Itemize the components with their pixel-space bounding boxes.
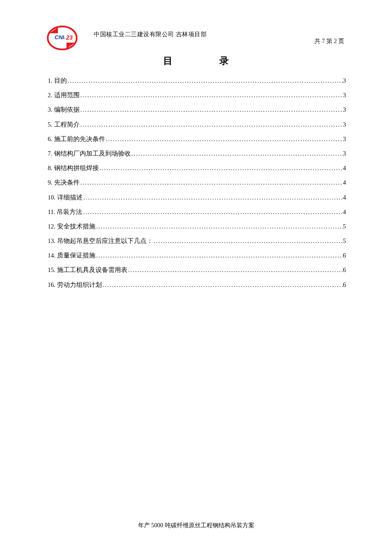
toc-label: 3. 编制依据	[48, 107, 80, 113]
toc-item: 8. 钢结构拼组焊接..............................…	[48, 165, 346, 171]
svg-text:-: -	[64, 35, 65, 40]
toc-item: 15. 施工工机具及设备需用表.........................…	[48, 267, 346, 273]
toc-label: 2. 适用范围	[48, 92, 80, 98]
toc-item: 2. 适用范围.................................…	[48, 92, 346, 98]
toc-page: 3	[343, 78, 346, 84]
toc-label: 16. 劳动力组织计划	[48, 282, 102, 288]
toc-item: 12. 安全技术措施..............................…	[48, 223, 346, 230]
toc-item: 9. 先决条件.................................…	[48, 179, 346, 186]
toc-label: 7. 钢结构厂内加工及到场验收	[48, 150, 131, 157]
toc-label: 8. 钢结构拼组焊接	[48, 165, 99, 171]
toc-page: 3	[343, 121, 346, 128]
toc-leader: ........................................…	[105, 136, 343, 142]
company-name: 中国核工业二三建设有限公司 吉林项目部	[94, 26, 207, 38]
toc-item: 3. 编制依据.................................…	[48, 107, 346, 113]
title-part1: 目	[163, 55, 173, 66]
document-footer: 年产 5000 吨碳纤维原丝工程钢结构吊装方案	[0, 522, 392, 529]
toc-leader: ........................................…	[153, 238, 343, 244]
svg-text:23: 23	[66, 34, 73, 41]
svg-text:CNI: CNI	[55, 34, 64, 40]
toc-item: 5. 工程简介.................................…	[48, 121, 346, 128]
toc-item: 14. 质量保证措施..............................…	[48, 252, 346, 259]
toc-page: 6	[343, 252, 346, 259]
toc-item: 16. 劳动力组织计划.............................…	[48, 282, 346, 288]
toc-label: 14. 质量保证措施	[48, 252, 95, 259]
toc-page: 3	[343, 107, 346, 113]
toc-leader: ........................................…	[83, 195, 343, 201]
table-of-contents: 1. 目的...................................…	[48, 78, 346, 296]
toc-page: 4	[343, 179, 346, 186]
toc-leader: ........................................…	[82, 209, 343, 215]
toc-page: 3	[343, 92, 346, 98]
toc-leader: ........................................…	[80, 107, 343, 113]
toc-page: 3	[343, 150, 346, 157]
toc-item: 13. 吊物起吊悬空后应注意以下几点：.....................…	[48, 238, 346, 244]
toc-leader: ........................................…	[67, 78, 343, 84]
toc-label: 13. 吊物起吊悬空后应注意以下几点：	[48, 238, 153, 244]
toc-page: 4	[343, 194, 346, 201]
toc-item: 11. 吊装方法................................…	[48, 209, 346, 215]
toc-item: 1. 目的...................................…	[48, 78, 346, 84]
toc-leader: ........................................…	[95, 253, 343, 259]
toc-page: 3	[343, 136, 346, 142]
toc-label: 10. 详细描述	[48, 194, 83, 201]
toc-page: 6	[343, 267, 346, 273]
toc-leader: ........................................…	[99, 165, 343, 171]
toc-item: 6. 施工前的先决条件.............................…	[48, 136, 346, 142]
document-title: 目录	[0, 55, 392, 67]
toc-label: 1. 目的	[48, 78, 67, 84]
toc-page: 5	[343, 238, 346, 244]
toc-leader: ........................................…	[80, 92, 343, 98]
toc-leader: ........................................…	[131, 151, 343, 157]
document-header: CNI - 23 中国核工业二三建设有限公司 吉林项目部	[47, 26, 345, 50]
toc-page: 5	[343, 223, 346, 230]
toc-page: 6	[343, 282, 346, 288]
toc-leader: ........................................…	[95, 224, 343, 230]
toc-leader: ........................................…	[102, 282, 343, 288]
company-logo: CNI - 23	[47, 26, 78, 50]
title-part2: 录	[219, 55, 229, 66]
toc-leader: ........................................…	[127, 267, 343, 273]
page-number: 共 7 第 2 页	[314, 38, 344, 45]
toc-label: 15. 施工工机具及设备需用表	[48, 267, 127, 273]
toc-page: 4	[343, 209, 346, 215]
toc-leader: ........................................…	[80, 180, 343, 186]
toc-item: 10. 详细描述................................…	[48, 194, 346, 201]
toc-label: 6. 施工前的先决条件	[48, 136, 105, 142]
toc-leader: ........................................…	[80, 122, 343, 128]
toc-item: 7. 钢结构厂内加工及到场验收.........................…	[48, 150, 346, 157]
toc-label: 11. 吊装方法	[48, 209, 82, 215]
toc-label: 9. 先决条件	[48, 179, 80, 186]
toc-label: 12. 安全技术措施	[48, 223, 95, 230]
toc-page: 4	[343, 165, 346, 171]
toc-label: 5. 工程简介	[48, 121, 80, 128]
